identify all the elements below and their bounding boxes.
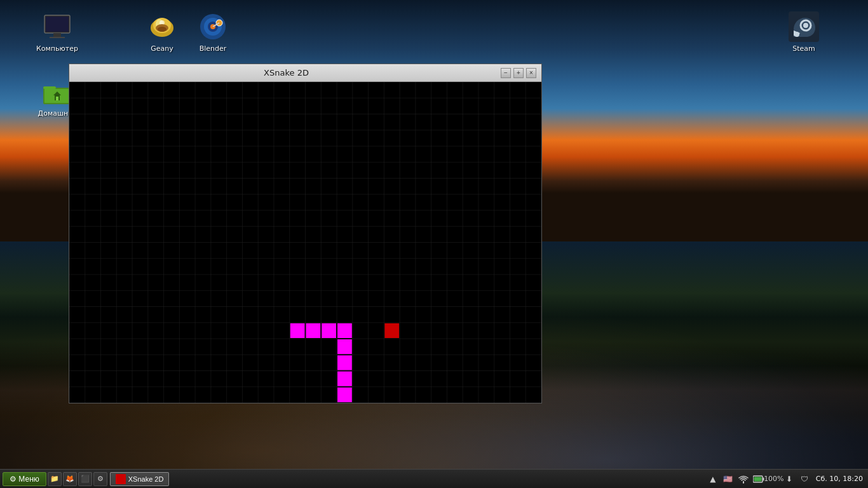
quick-launch-files[interactable]: 📁 [48,472,62,486]
taskbar: ⚙ Меню 📁 🦊 ⬛ ⚙ XSnake 2D ▲ 🇺🇸 [0,469,868,488]
computer-icon [42,11,72,42]
taskbar-clock: Сб. 10, 18:20 [816,475,863,483]
game-canvas [69,82,541,403]
svg-point-18 [803,23,808,28]
tray-battery-percent: 100% [768,473,780,485]
svg-rect-2 [53,33,61,37]
svg-rect-3 [50,37,65,38]
svg-rect-21 [43,86,56,89]
xsnake-taskbar-icon [116,474,126,484]
svg-rect-1 [46,17,69,32]
desktop-icon-blender[interactable]: Blender [187,11,238,53]
tray-security[interactable]: 🛡 [798,473,811,485]
steam-icon [789,11,819,42]
xsnake-taskbar-label: XSnake 2D [128,475,164,483]
svg-rect-28 [754,477,761,481]
steam-icon-label: Steam [792,44,815,53]
taskbar-apps: XSnake 2D [110,472,170,486]
tray-battery[interactable] [752,473,765,485]
taskbar-tray: ▲ 🇺🇸 100% ⬇ 🛡 Сб. 10, 18:20 [707,473,865,485]
svg-rect-25 [56,97,58,100]
quick-launch-bar: 📁 🦊 ⬛ ⚙ [48,472,107,486]
window-minimize-button[interactable]: − [501,68,511,78]
quick-launch-extra[interactable]: ⚙ [93,472,107,486]
computer-icon-label: Компьютер [36,44,78,53]
tray-arrow[interactable]: ▲ [707,473,719,485]
desktop-icon-computer[interactable]: Компьютер [32,11,83,53]
window-maximize-button[interactable]: + [513,68,524,78]
blender-icon-label: Blender [200,44,227,53]
window-title: XSnake 2D [74,68,498,78]
geany-icon-label: Geany [151,44,173,53]
blender-icon [198,11,228,42]
quick-launch-firefox[interactable]: 🦊 [63,472,77,486]
tray-download[interactable]: ⬇ [783,473,796,485]
geany-icon [147,11,177,42]
desktop-icon-steam[interactable]: Steam [778,11,829,53]
xsnake-window: XSnake 2D − + × [69,64,542,403]
quick-launch-terminal[interactable]: ⬛ [78,472,92,486]
tray-wifi[interactable] [737,473,750,485]
snake-game-canvas [69,82,541,403]
menu-button[interactable]: ⚙ Меню [3,472,46,486]
window-close-button[interactable]: × [526,68,536,78]
taskbar-app-xsnake[interactable]: XSnake 2D [110,472,170,486]
tray-language[interactable]: 🇺🇸 [722,473,735,485]
window-titlebar[interactable]: XSnake 2D − + × [69,64,541,82]
svg-point-9 [158,27,166,32]
desktop-icon-geany[interactable]: Geany [137,11,187,53]
home-folder-icon [42,76,72,107]
